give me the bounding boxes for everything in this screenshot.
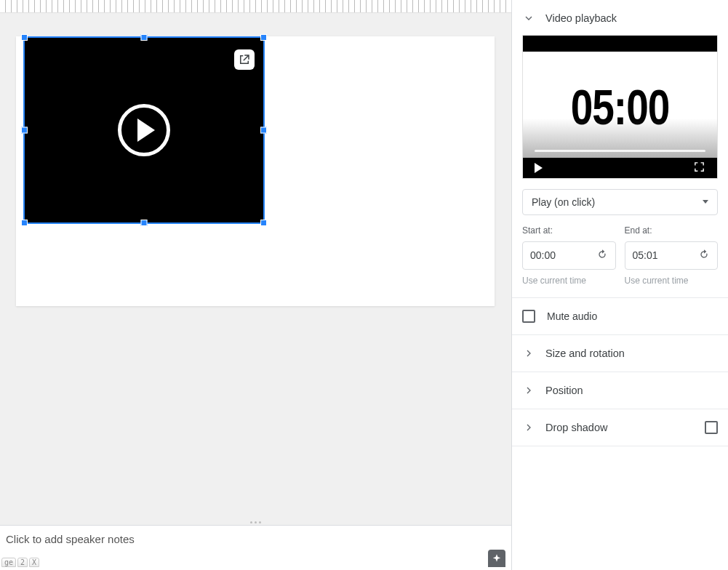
- resize-handle-s[interactable]: [141, 220, 148, 226]
- section-position[interactable]: Position: [512, 372, 728, 409]
- slide-canvas[interactable]: [0, 13, 511, 519]
- resize-handle-nw[interactable]: [21, 34, 28, 41]
- resize-handle-sw[interactable]: [21, 220, 28, 226]
- play-overlay-icon[interactable]: [118, 104, 170, 156]
- resize-handle-ne[interactable]: [260, 34, 267, 41]
- end-at-input[interactable]: 05:01: [625, 241, 719, 270]
- resize-handle-se[interactable]: [260, 220, 267, 226]
- video-object[interactable]: [23, 36, 265, 224]
- section-mute-audio: Mute audio: [512, 298, 728, 335]
- end-at-value: 05:01: [633, 249, 658, 261]
- drop-shadow-checkbox[interactable]: [705, 421, 718, 434]
- section-video-playback: Video playback 05:00: [512, 0, 728, 298]
- end-at-label: End at:: [625, 225, 719, 236]
- slide[interactable]: [16, 36, 495, 306]
- fullscreen-icon[interactable]: [693, 161, 705, 175]
- chevron-down-icon: [522, 12, 535, 25]
- chevron-right-icon: [522, 421, 535, 434]
- open-external-button[interactable]: [234, 49, 255, 70]
- section-title: Size and rotation: [545, 348, 625, 359]
- video-preview[interactable]: 05:00: [522, 35, 718, 179]
- section-title: Video playback: [545, 12, 617, 24]
- tab-chip-close[interactable]: X: [29, 558, 39, 567]
- tab-chip-2[interactable]: 2: [17, 558, 28, 567]
- bottom-tab-strip: ge 2 X: [1, 558, 39, 567]
- play-mode-value: Play (on click): [532, 196, 595, 208]
- speaker-notes[interactable]: Click to add speaker notes ge 2 X: [0, 525, 511, 570]
- mute-audio-label: Mute audio: [547, 310, 597, 322]
- section-size-rotation[interactable]: Size and rotation: [512, 335, 728, 372]
- mute-audio-checkbox[interactable]: [522, 310, 535, 323]
- section-header-video-playback[interactable]: Video playback: [522, 12, 718, 25]
- play-icon[interactable]: [535, 163, 543, 173]
- chevron-right-icon: [522, 347, 535, 360]
- speaker-notes-placeholder: Click to add speaker notes: [6, 533, 135, 545]
- start-at-input[interactable]: 00:00: [522, 241, 616, 270]
- tab-chip[interactable]: ge: [1, 558, 16, 567]
- caret-down-icon: [703, 200, 708, 204]
- play-mode-dropdown[interactable]: Play (on click): [522, 189, 718, 215]
- reset-icon[interactable]: [698, 249, 710, 262]
- start-at-label: Start at:: [522, 225, 616, 236]
- start-hint[interactable]: Use current time: [522, 276, 616, 286]
- start-at-value: 00:00: [530, 249, 556, 261]
- explore-button[interactable]: [488, 550, 505, 567]
- section-title: Position: [545, 385, 583, 396]
- section-drop-shadow[interactable]: Drop shadow: [512, 409, 728, 446]
- resize-handle-e[interactable]: [260, 127, 267, 134]
- resize-handle-w[interactable]: [21, 127, 28, 134]
- end-hint[interactable]: Use current time: [625, 276, 719, 286]
- section-title: Drop shadow: [545, 422, 607, 433]
- chevron-right-icon: [522, 384, 535, 397]
- reset-icon[interactable]: [596, 249, 608, 262]
- canvas-area: Click to add speaker notes ge 2 X: [0, 0, 512, 570]
- format-sidebar: Video playback 05:00: [512, 0, 728, 570]
- video-progress-bar[interactable]: [535, 150, 705, 152]
- notes-resize-handle[interactable]: [0, 519, 511, 525]
- horizontal-ruler: [0, 0, 511, 13]
- resize-handle-n[interactable]: [141, 34, 148, 41]
